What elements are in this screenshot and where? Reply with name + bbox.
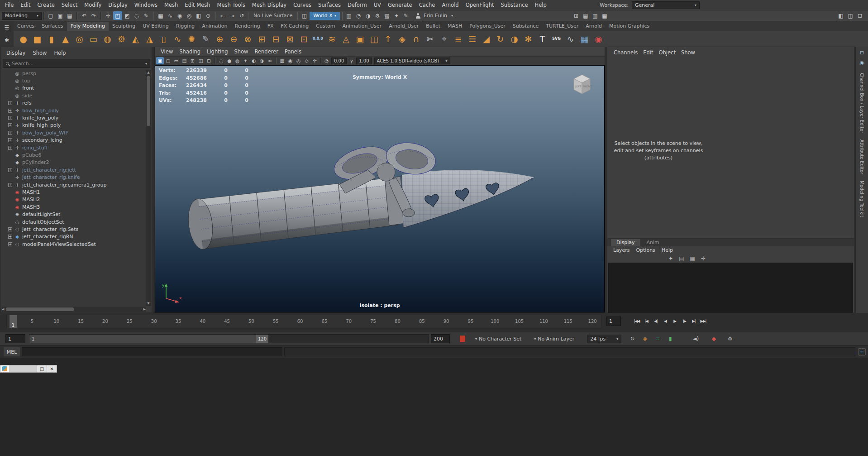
mirror-icon[interactable]: ◫ [367, 32, 381, 46]
poly-plane-icon[interactable]: ▭ [86, 32, 100, 46]
outliner-item-mash2[interactable]: ◉MASH2 [2, 196, 146, 203]
shelf-tab-bullet[interactable]: Bullet [422, 22, 444, 31]
symmetrize-icon[interactable]: ◑ [507, 32, 521, 46]
extract-icon[interactable]: ⊠ [283, 32, 297, 46]
menu-mesh-tools[interactable]: Mesh Tools [214, 2, 248, 8]
outliner-item-bow-low-poly-wip[interactable]: +✛bow_low_poly_WIP [2, 129, 146, 136]
new-scene-icon[interactable]: ▢ [46, 11, 55, 20]
outliner-item-jett-character-rig-sets[interactable]: +◌jett_character_rig:Sets [2, 226, 146, 233]
poly-pyramid-icon[interactable]: ◭ [129, 32, 143, 46]
panel-layout-icon[interactable]: ⊟ [855, 11, 864, 20]
hotbox-pane-icon[interactable]: ◫ [846, 11, 855, 20]
safe-title-icon[interactable]: ⊡ [205, 57, 213, 64]
use-all-lights-icon[interactable]: ✦ [242, 57, 249, 64]
snap-to-curve-icon[interactable]: ∿ [166, 11, 175, 20]
playback-range[interactable]: 1 120 [29, 335, 268, 343]
viewport-renderer-icon[interactable]: ▥ [591, 11, 600, 20]
menu-edit[interactable]: Edit [17, 2, 33, 8]
output-connections-icon[interactable]: ⇥ [228, 11, 237, 20]
outliner-item-mash3[interactable]: ◉MASH3 [2, 203, 146, 211]
outliner-item-bow-high-poly[interactable]: +✛bow_high_poly [2, 107, 146, 114]
shelf-tab-surfaces[interactable]: Surfaces [38, 22, 67, 31]
gamma-field[interactable]: 1.00 [356, 58, 372, 64]
go-to-end-button[interactable]: ▶▶| [699, 316, 707, 326]
shelf-menu-icon[interactable]: ☰ [2, 24, 11, 32]
user-account-menu[interactable]: Erin Eulin ▾ [415, 13, 453, 19]
menu-openflight[interactable]: OpenFlight [463, 2, 497, 8]
undo-icon[interactable]: ↶ [80, 11, 89, 20]
menu-surfaces[interactable]: Surfaces [315, 2, 344, 8]
outliner-item-jett-character-rig-jett[interactable]: +✛jett_character_rig:jett [2, 166, 146, 173]
triangulate-icon[interactable]: ◬ [339, 32, 353, 46]
poly-disc-icon[interactable]: ◍ [100, 32, 114, 46]
menu-edit-mesh[interactable]: Edit Mesh [181, 2, 213, 8]
sidebar-tab-modeling-toolkit[interactable]: Modeling Toolkit [859, 181, 864, 217]
sidebar-tab-attribute-editor[interactable]: Attribute Editor [859, 139, 864, 174]
toon-shader-icon[interactable]: ✦ [392, 11, 401, 20]
textured-mode-icon[interactable]: ◍ [234, 57, 241, 64]
offset-edge-loop-icon[interactable]: ☰ [465, 32, 479, 46]
frame-bookmark-icon[interactable] [460, 336, 465, 342]
outliner-item-defaultlightset[interactable]: ✺defaultLightSet [2, 211, 146, 218]
shelf-tab-custom[interactable]: Custom [312, 22, 339, 31]
poly-helix-icon[interactable]: ∿ [171, 32, 185, 46]
hypershade-icon[interactable]: ▧ [382, 11, 391, 20]
ipr-render-icon[interactable]: ◑ [363, 11, 372, 20]
screen-capture-icon[interactable]: ⊡ [858, 48, 866, 57]
occlusion-icon[interactable]: ◑ [258, 57, 266, 64]
view-cube[interactable]: LEFT FRONT [569, 72, 595, 98]
outliner-item-modelpanel4viewselectedset[interactable]: +◌modelPanel4ViewSelectedSet [2, 240, 146, 248]
combine-icon[interactable]: ⊞ [255, 32, 269, 46]
outliner-item-jett-character-rigrn[interactable]: +◆jett_character_rigRN [2, 233, 146, 240]
menu-curves[interactable]: Curves [290, 2, 315, 8]
shelf-tab-uv-editing[interactable]: UV Editing [139, 22, 172, 31]
menu-modify[interactable]: Modify [81, 2, 105, 8]
motion-blur-icon[interactable]: ≈ [266, 57, 274, 64]
outliner-item-icing-stuff[interactable]: +✛icing_stuff [2, 144, 146, 151]
poly-torus-icon[interactable]: ◎ [72, 32, 86, 46]
shelf-tab-arnold[interactable]: Arnold [582, 22, 606, 31]
shelf-tab-poly-modeling[interactable]: Poly Modeling [67, 22, 109, 31]
bevel-icon[interactable]: ◈ [395, 32, 409, 46]
viewport-menu-renderer[interactable]: Renderer [252, 48, 282, 55]
outliner-menu-show[interactable]: Show [29, 50, 50, 56]
render-settings-icon[interactable]: ⚙ [373, 11, 382, 20]
playback-loop-icon[interactable]: ↻ [628, 335, 637, 343]
menu-help[interactable]: Help [532, 2, 550, 8]
pipeline-cache-icon[interactable]: ▦ [600, 11, 609, 20]
center-pivot-icon[interactable]: 0,0,0 [311, 32, 325, 46]
playhead[interactable]: 1 [10, 315, 17, 328]
fps-dropdown[interactable]: 24 fps ▾ [587, 335, 621, 343]
shaded-mode-icon[interactable]: ● [225, 57, 233, 64]
gate-mask-icon[interactable]: ▤ [181, 57, 188, 64]
scroll-up-icon[interactable]: ▲ [147, 70, 149, 75]
viewport-menu-shading[interactable]: Shading [176, 48, 204, 55]
scroll-left-icon[interactable]: ◀ [2, 307, 4, 311]
menu-set-dropdown[interactable]: Modeling ▾ [2, 12, 42, 20]
shelf-tab-fx-caching[interactable]: FX Caching [277, 22, 313, 31]
symmetry-axis-field[interactable]: World X ▾ [310, 12, 340, 20]
target-weld-icon[interactable]: ⌖ [437, 32, 451, 46]
smooth-icon[interactable]: ≋ [325, 32, 339, 46]
shelf-tab-fx[interactable]: FX [264, 22, 277, 31]
gamma-icon[interactable]: γ [348, 57, 355, 64]
restore-button[interactable]: □ [37, 365, 47, 372]
snap-to-point-icon[interactable]: ◉ [175, 11, 184, 20]
depth-of-field-icon[interactable]: ◉ [286, 57, 294, 64]
shelf-tab-substance[interactable]: Substance [509, 22, 543, 31]
close-button[interactable]: ✕ [47, 365, 57, 372]
lasso-select-icon[interactable]: ◌ [132, 11, 141, 20]
mute-audio-icon[interactable]: ◄) [691, 335, 700, 343]
shelf-tab-animation[interactable]: Animation [198, 22, 231, 31]
step-back-frame-button[interactable]: ◀| [652, 316, 660, 326]
viewport-menu-panels[interactable]: Panels [281, 48, 305, 55]
open-scene-icon[interactable]: ▣ [56, 11, 65, 20]
menu-arnold[interactable]: Arnold [439, 2, 462, 8]
command-input[interactable] [22, 347, 282, 356]
resolution-gate-icon[interactable]: ▭ [172, 57, 180, 64]
snap-to-grid-icon[interactable]: ▦ [156, 11, 165, 20]
tab-display[interactable]: Display [611, 239, 640, 246]
menu-windows[interactable]: Windows [131, 2, 161, 8]
step-forward-key-button[interactable]: ▶| [690, 316, 698, 326]
menu-mesh[interactable]: Mesh [161, 2, 181, 8]
